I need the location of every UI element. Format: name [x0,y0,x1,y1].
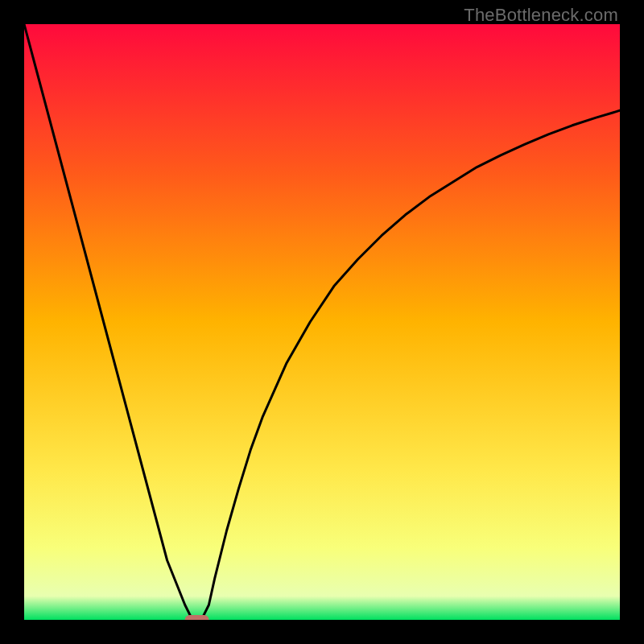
minimum-marker [185,615,209,620]
bottleneck-chart [24,24,620,620]
chart-frame [24,24,620,620]
watermark-text: TheBottleneck.com [464,5,618,26]
gradient-background [24,24,620,620]
